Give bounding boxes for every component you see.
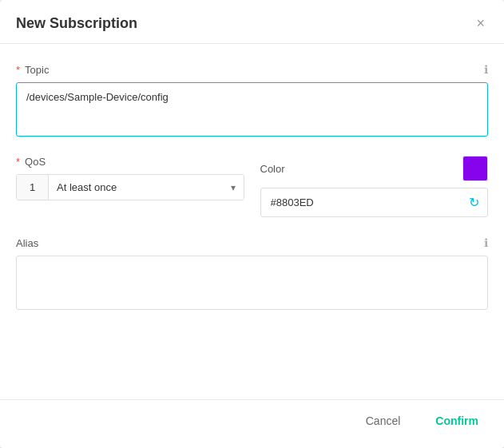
alias-input[interactable] — [16, 256, 488, 310]
dialog-header: New Subscription × — [0, 0, 504, 44]
topic-label: * Topic — [16, 64, 49, 76]
qos-dropdown[interactable]: At least once ▾ — [49, 175, 244, 200]
color-input-row: ↻ — [260, 188, 489, 217]
qos-color-row: * QoS 1 At least once ▾ Color — [16, 156, 488, 217]
color-hex-input[interactable] — [261, 190, 462, 215]
alias-label-text: Alias — [16, 237, 38, 249]
alias-label-row: Alias ℹ — [16, 236, 488, 249]
qos-group: * QoS 1 At least once ▾ — [16, 156, 244, 200]
alias-label: Alias — [16, 237, 38, 249]
color-group: Color ↻ — [260, 156, 489, 217]
alias-field-group: Alias ℹ — [16, 236, 488, 310]
qos-select-wrapper: 1 At least once ▾ — [16, 174, 244, 200]
topic-label-text: Topic — [25, 64, 49, 76]
dialog-body: * Topic ℹ /devices/Sample-Device/config … — [0, 44, 504, 399]
topic-field-group: * Topic ℹ /devices/Sample-Device/config — [16, 63, 488, 137]
qos-option-label: At least once — [57, 181, 117, 193]
close-button[interactable]: × — [473, 14, 488, 32]
topic-input[interactable]: /devices/Sample-Device/config — [16, 82, 488, 137]
confirm-button[interactable]: Confirm — [426, 410, 488, 432]
topic-label-row: * Topic ℹ — [16, 63, 488, 76]
refresh-color-icon[interactable]: ↻ — [461, 188, 487, 216]
qos-label: * QoS — [16, 156, 244, 168]
qos-label-text: QoS — [25, 156, 46, 168]
color-label-row: Color — [260, 156, 489, 181]
color-label: Color — [260, 163, 285, 175]
color-label-text: Color — [260, 163, 285, 175]
chevron-down-icon: ▾ — [231, 182, 236, 193]
cancel-button[interactable]: Cancel — [356, 410, 411, 432]
dialog-title: New Subscription — [16, 15, 137, 32]
dialog-footer: Cancel Confirm — [0, 399, 504, 448]
new-subscription-dialog: New Subscription × * Topic ℹ /devices/Sa… — [0, 0, 504, 448]
color-swatch[interactable] — [462, 156, 488, 181]
topic-info-icon[interactable]: ℹ — [484, 63, 488, 76]
topic-required-marker: * — [16, 64, 20, 76]
alias-info-icon[interactable]: ℹ — [484, 236, 488, 249]
qos-required-marker: * — [16, 156, 20, 168]
qos-number: 1 — [17, 175, 49, 200]
